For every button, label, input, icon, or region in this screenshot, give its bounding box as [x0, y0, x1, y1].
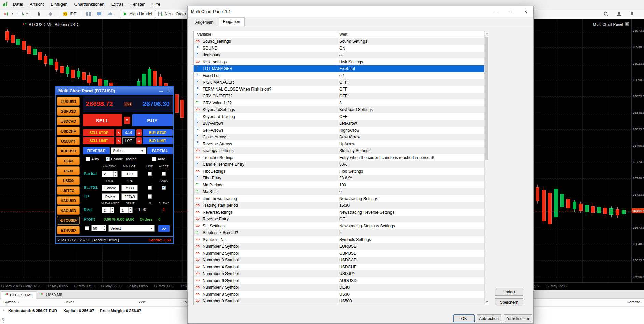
variable-value[interactable]: ok — [339, 52, 344, 58]
variable-value[interactable]: Newstrading Reverse Settings — [339, 209, 394, 216]
variable-value[interactable]: UpArrow — [339, 140, 355, 147]
menu-einfügen[interactable]: Einfügen — [47, 1, 71, 8]
dialog-input-row[interactable]: abReverse EntryOff — [194, 216, 484, 222]
sl-area-checkbox[interactable] — [162, 186, 166, 190]
symbol-button[interactable]: USDCAD — [57, 117, 80, 125]
symbol-button[interactable]: US500 — [57, 176, 80, 185]
variable-value[interactable]: OFF — [339, 113, 347, 120]
dialog-input-row[interactable]: SOUNDON — [194, 45, 484, 52]
column-header-komme[interactable]: Komme — [627, 300, 640, 304]
dialog-minimize-button[interactable]: — — [488, 6, 503, 17]
dialog-input-row[interactable]: abNummber 4 SymbolUSDCHF — [194, 264, 484, 270]
spinner-arrows-icon[interactable] — [110, 207, 114, 213]
buy-button[interactable]: BUY — [132, 114, 173, 126]
tp-line-checkbox[interactable] — [148, 194, 152, 199]
scroll-thumb[interactable] — [485, 37, 488, 160]
layout-button[interactable] — [83, 10, 94, 18]
partial-alert-checkbox[interactable] — [162, 172, 166, 176]
dialog-input-row[interactable]: abstrategy_settingsStrategy Settings — [194, 147, 484, 154]
new-order-button[interactable]: Neue Order — [155, 10, 189, 18]
tab-eingaben[interactable]: Eingaben — [219, 17, 245, 26]
dialog-input-row[interactable]: 01Ma Shift0 — [194, 188, 484, 195]
close-buy-limit-button[interactable]: X — [136, 137, 142, 144]
zuruecksetzen-button[interactable]: Zurücksetzen — [504, 314, 532, 322]
dialog-maximize-button[interactable]: □ — [503, 6, 518, 17]
strategy-select[interactable]: Select — [111, 147, 146, 154]
dialog-input-row[interactable]: abNummber 2 SymbolGBPUSD — [194, 250, 484, 257]
abbrechen-button[interactable]: Abbrechen — [477, 314, 501, 322]
variable-value[interactable]: Keyboard Settings — [339, 106, 373, 113]
symbol-button[interactable]: XAUUSD — [57, 196, 80, 205]
scroll-down-arrow[interactable] — [485, 300, 489, 305]
symbol-button[interactable]: >BTCUSD< — [57, 216, 80, 225]
variable-value[interactable]: Off — [339, 216, 345, 222]
partial-line-checkbox[interactable] — [148, 172, 152, 176]
dialog-input-row[interactable]: TERMINAL CLOSE When Risk is on?OFF — [194, 86, 484, 93]
partial-risk-spinner[interactable]: 2 — [102, 171, 118, 177]
variable-value[interactable]: US30 — [339, 291, 350, 298]
panel-minimize-button[interactable]: — — [159, 89, 163, 93]
new-chart-button[interactable] — [16, 10, 30, 18]
variable-value[interactable]: 3 — [339, 99, 342, 106]
dialog-input-row[interactable]: abFiboSettingsFibo Settings — [194, 168, 484, 175]
variable-value[interactable]: 2 — [339, 229, 342, 236]
dialog-input-row[interactable]: abNummber 3 SymbolUSDCAD — [194, 257, 484, 264]
dialog-input-row[interactable]: abTrendlineSettingsEntry when the curren… — [194, 154, 484, 161]
crosshair-button[interactable] — [45, 10, 56, 18]
ide-button[interactable]: IDE — [60, 10, 79, 18]
dialog-input-row[interactable]: 01Stoploss x Spread?2 — [194, 229, 484, 236]
buy-stop-button[interactable]: BUY STOP — [143, 129, 173, 136]
column-header-variable[interactable]: Variable — [197, 32, 211, 36]
auto-left-checkbox[interactable] — [86, 157, 90, 161]
search-button[interactable] — [601, 10, 611, 18]
chart-tab[interactable]: BTCUSD,M5 — [1, 291, 36, 299]
variable-value[interactable]: Symbols Settings — [339, 236, 371, 243]
lot-value-button[interactable]: 0.10 — [122, 129, 135, 136]
auto-right-checkbox[interactable] — [152, 157, 156, 161]
symbol-button[interactable]: USTEC — [57, 186, 80, 195]
dialog-input-row[interactable]: Candle Trendline Entry50% — [194, 161, 484, 168]
column-header-zeit[interactable]: Zeit — [139, 300, 145, 304]
variable-value[interactable]: Sound Settings — [339, 38, 367, 45]
dialog-input-row[interactable]: Sell-ArrowsRightArrow — [194, 127, 484, 134]
column-header-wert[interactable]: Wert — [339, 32, 347, 36]
variable-value[interactable]: 0.1 — [339, 72, 345, 79]
variable-value[interactable]: OFF — [339, 86, 347, 93]
risk-split-spinner[interactable]: 1 — [120, 207, 133, 213]
scroll-up-arrow[interactable] — [485, 31, 489, 36]
variable-value[interactable]: EURUSD — [339, 243, 357, 250]
variable-value[interactable]: Fibo Settings — [339, 168, 363, 175]
dialog-input-row[interactable]: abKeyboardSettingsKeyboard Settings — [194, 106, 484, 113]
chat-button[interactable] — [94, 10, 105, 18]
dialog-titlebar[interactable]: Multi Chart Panel 1.1 — □ ✕ — [188, 6, 533, 17]
variable-value[interactable]: GBPUSD — [339, 250, 357, 257]
variable-value[interactable]: USDCHF — [339, 264, 356, 270]
menu-ansicht[interactable]: Ansicht — [26, 1, 47, 8]
menu-extras[interactable]: Extras — [108, 1, 127, 8]
dialog-input-row[interactable]: abSymbols_NrSymbols Settings — [194, 236, 484, 243]
lot-label-button[interactable]: LOT — [122, 137, 135, 144]
spinner-arrows-icon[interactable] — [102, 225, 106, 231]
variable-value[interactable]: Entry when the current candle is reached… — [339, 154, 434, 161]
variable-value[interactable]: 15:30 — [339, 202, 350, 209]
symbol-button[interactable]: DE40 — [57, 157, 80, 165]
symbol-button[interactable]: USDJPY — [57, 137, 80, 145]
bottom-select[interactable]: Select — [108, 225, 155, 232]
panel-close-button[interactable]: ✕ — [167, 89, 170, 93]
sell-stop-button[interactable]: SELL STOP — [83, 129, 114, 136]
dialog-input-row[interactable]: 01CRV Value 1:2?3 — [194, 99, 484, 106]
dialog-input-row[interactable]: abNummber 7 SymbolDE40 — [194, 284, 484, 291]
sl-line-checkbox[interactable] — [148, 186, 152, 190]
column-header-symbol[interactable]: Symbol▲ — [3, 300, 20, 304]
variable-value[interactable]: OFF — [339, 79, 347, 86]
dialog-input-row[interactable]: dealsoundok — [194, 52, 484, 58]
sell-limit-button[interactable]: SELL LIMIT — [83, 137, 114, 144]
partial-button[interactable]: PARTIAL — [147, 147, 173, 154]
notifications-button[interactable] — [627, 10, 637, 18]
sell-button[interactable]: SELL — [83, 114, 122, 126]
dialog-input-row[interactable]: Close-ArrowsDownArrow — [194, 134, 484, 140]
cursor-button[interactable] — [35, 10, 45, 18]
table-scrollbar[interactable] — [484, 31, 489, 305]
sl-pips-input[interactable]: 7580 — [121, 185, 138, 191]
dialog-input-row[interactable]: abNummber 6 SymbolAUDUSD — [194, 277, 484, 284]
